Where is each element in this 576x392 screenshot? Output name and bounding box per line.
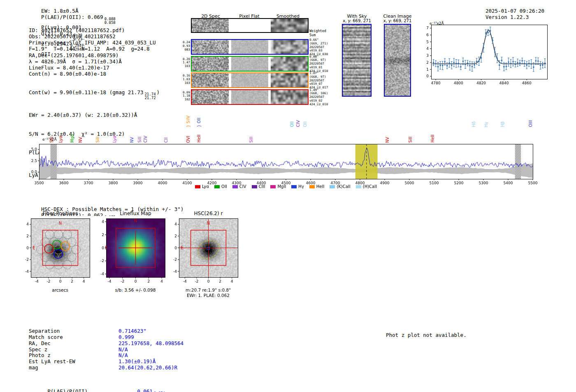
fiber-2dspec-image [192,73,229,87]
legend-item: OII [214,184,227,189]
table-row-label: Photo z [29,353,118,359]
fiber-cutout-row [191,56,309,72]
hsc-caption-2: EWr: 1. PLAE: 0.062 [169,293,247,298]
legend-item: (K)CaII [330,184,350,189]
spectral-line-label: OIII [528,120,533,127]
legend-item: CIV [232,184,246,189]
legend-item: HeII [309,184,325,189]
info-line: RA,Dec (225.197601,48.098759) [29,52,160,58]
fiber-row-weights: 0.201.47103 [178,58,190,68]
fiber-smoothed-image [271,90,308,104]
withsky-coords: x, y: 669, 271 [341,19,372,23]
legend-item: (H)CaII [356,184,377,189]
linefit-plot [416,21,551,90]
weighted-2dspec-image [192,19,229,32]
table-row-label: mag [29,365,118,371]
fiber-row-annotation: 1.49"(668, 106)20220507v019_02424_LU_010 [309,88,334,107]
table-row: Spec zN/A [29,347,183,353]
table-row-value: 0.999 [118,334,134,340]
legend-swatch [252,185,257,188]
clean-coords: x, y: 669, 271 [383,19,412,23]
catalog-match-rows: Separation0.714623"Match score0.999RA, D… [29,328,183,371]
table-row-value: 0.714623" [118,328,146,334]
table-row: Separation0.714623" [29,328,183,334]
plae-row-value: 0.0610.0740.051 [137,388,166,392]
legend-swatch [291,185,297,188]
table-row-value: 20.64(20.62,20.66)R [118,364,177,371]
report-datetime: 2025-01-07 09:26:20 [485,8,544,14]
legend-item: Lyα [195,184,209,189]
fiber-cutout-row [191,89,309,105]
table-row: Photo zN/A [29,353,183,359]
fiber-positions-plot [19,216,93,286]
info-line: Cont(n) = 8.90(±0.40)e-18 [29,71,160,77]
clean-image [384,24,411,97]
spectral-line-label: OII [290,121,294,127]
legend-label: Lyα [202,184,209,189]
table-row-label: Spec z [29,347,118,353]
table-row-value: N/A [118,352,128,358]
fiber-row-weights: 0.091.18102 [178,91,190,102]
legend-swatch [330,185,335,188]
legend-label: OII [221,184,227,189]
table-row-plae: P(LAE)/P(OII)0.0610.0740.051 [29,383,183,392]
spectral-line-label: Hγ [484,122,488,127]
table-row-label: Separation [29,328,118,334]
table-row-value: N/A [118,346,128,353]
fiber-row-annotation: 1.07"(668, 97)20220507v019_07424_LU_017 [309,72,334,90]
fiber-row-weights: 0.240.93083 [178,41,190,51]
info-line: Obs: 20220507v019_4021187652 [29,33,160,39]
fiber-cutout-row [191,72,309,88]
fiber-cutout-row [191,39,309,55]
fullspec-legend: LyαOIICIVCIIIMgIIHγHeII(K)CaII(H)CaII [39,184,533,189]
fiber-smoothed-image [271,73,308,87]
legend-label: (H)CaII [363,184,377,189]
legend-item: CIII [252,184,265,189]
fiber-pixelflat-image [231,73,268,87]
table-row-value: 225.197658, 48.098564 [118,340,183,346]
ewr-line: EWr = 2.40(±0.37) (w: 2.10(±0.32))Å [29,112,160,118]
legend-swatch [214,185,220,188]
legend-label: HeII [316,184,325,189]
info-line: λ = 4826.39Å σ = 1.71(±0.34)Å [29,58,160,65]
detection-info-lines: ID: 4021187652 (4021187652.pdf)Obs: 2022… [29,27,160,77]
spectral-line-label: Hδ [471,121,476,127]
legend-label: CIV [239,184,246,189]
fiber-smoothed-image [271,57,308,71]
table-row-label: RA, Dec [29,341,118,347]
info-line: Primary Spec_Slot_IFU_AMP: 424_039_053_L… [29,39,160,46]
contw-line: Cont(w) = 9.90(±0.11)e-18 (gmag 21.7321.… [29,89,160,100]
withsky-image [342,24,372,97]
sn-line: S/N = 6.2(±0.4) χ² = 1.0(±0.2) [29,131,160,137]
weighted-pixelflat-image [231,19,268,32]
fiber-positions-title: Fiber Positions [31,211,90,216]
fiber-pixelflat-image [231,90,268,104]
legend-swatch [270,185,276,188]
legend-swatch [195,185,200,188]
table-row: RA, Dec225.197658, 48.098564 [29,341,183,347]
legend-item: MgII [270,184,286,189]
plae-row-label: P(LAE)/P(OII) [47,389,137,392]
elixer-report-page: EW: 1.8±0.5Å P(LAE)/P(OII): 0.0690.0880.… [0,0,576,392]
info-line: ID: 4021187652 (4021187652.pdf) [29,27,160,33]
hsc-caption-1: m:20.7 re:1.9" s:0.8" [169,288,247,292]
lineflux-caption: s/b: 3.56 +/- 0.098 [96,288,174,292]
fullspec-plot [25,138,543,186]
report-version: Version 1.22.3 [485,14,529,20]
fiber-smoothed-image [271,40,308,54]
info-line: F=1.9" T=0.144 N=1.12 A=0.92 g=24.8 [29,46,160,52]
hsc-image-plot [167,216,241,286]
weighted-smoothed-image [271,19,308,32]
spectral-line-label: } SiIV [186,116,190,127]
hsc-image-title: HSC(26.2) r [179,211,238,216]
spectral-line-label: OII [303,121,307,127]
lineflux-map-plot [94,216,168,286]
spectral-line-label: CIV [296,120,300,127]
fiber-2dspec-image [192,90,229,104]
fiber-row-weights: 0.161.03103 [178,74,190,85]
fiber-pixelflat-image [231,57,268,71]
weighted-sum-row [191,18,309,33]
legend-item: Hγ [291,184,304,189]
table-row: Match score0.999 [29,334,183,341]
legend-label: (K)CaII [337,184,350,189]
